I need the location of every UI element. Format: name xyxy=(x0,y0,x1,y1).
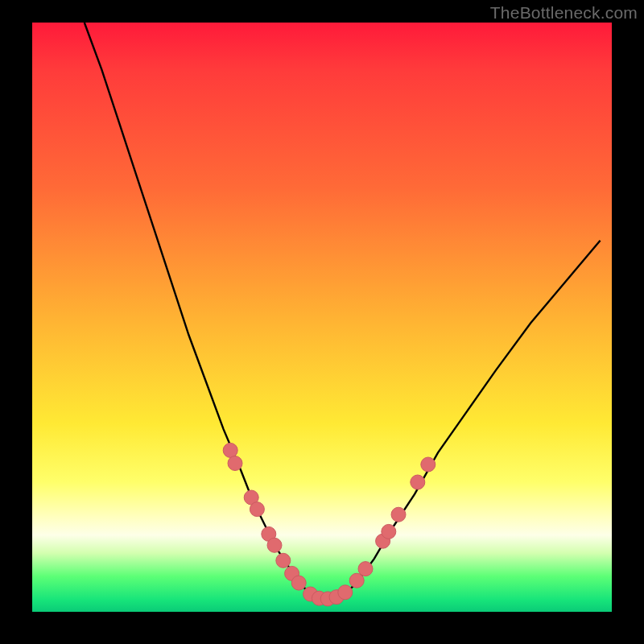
svg-point-13 xyxy=(338,585,353,600)
chart-frame: TheBottleneck.com xyxy=(0,0,644,644)
svg-point-3 xyxy=(250,502,264,517)
svg-point-6 xyxy=(276,553,291,568)
bottleneck-curve xyxy=(85,23,601,600)
svg-point-0 xyxy=(223,443,237,457)
svg-point-8 xyxy=(291,576,306,590)
plot-area xyxy=(32,23,612,612)
curve-svg xyxy=(32,23,612,612)
svg-point-18 xyxy=(391,507,406,522)
svg-point-20 xyxy=(421,457,436,472)
highlight-dots xyxy=(223,443,436,606)
svg-point-5 xyxy=(267,538,282,552)
svg-point-17 xyxy=(382,524,396,539)
svg-point-1 xyxy=(228,456,242,471)
svg-point-15 xyxy=(358,562,373,576)
watermark-text: TheBottleneck.com xyxy=(490,3,638,23)
svg-point-19 xyxy=(411,475,425,489)
